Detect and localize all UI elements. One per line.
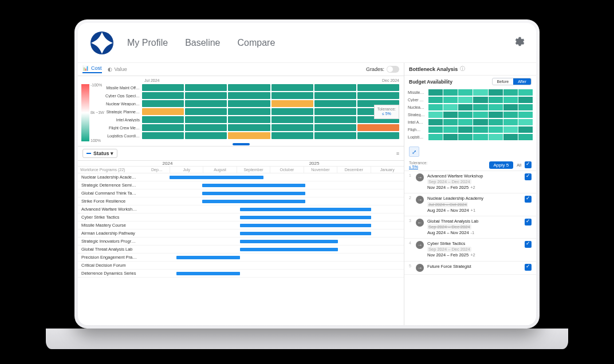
heatmap-cell[interactable] bbox=[271, 116, 313, 123]
gantt-row-label[interactable]: Cyber Strike Tactics bbox=[78, 215, 170, 220]
mini-heatmap-cell[interactable] bbox=[443, 104, 458, 110]
mini-heatmap-cell[interactable] bbox=[443, 112, 458, 118]
mini-heatmap-cell[interactable] bbox=[489, 126, 503, 133]
recommendation-item[interactable]: 1→Advanced Warfare WorkshopSep 2024 – De… bbox=[404, 171, 536, 193]
gantt-bar[interactable] bbox=[170, 176, 263, 179]
heatmap-cell[interactable] bbox=[314, 132, 356, 139]
heatmap-cell[interactable] bbox=[185, 108, 227, 115]
mini-heatmap-cell[interactable] bbox=[518, 104, 533, 110]
reco-checkbox[interactable] bbox=[525, 219, 532, 225]
mini-heatmap-cell[interactable] bbox=[503, 112, 518, 118]
gantt-bar[interactable] bbox=[202, 184, 305, 187]
heatmap-cell[interactable] bbox=[142, 108, 184, 115]
tolerance-badge[interactable]: Tolerance: ≤ 5% bbox=[374, 105, 399, 119]
heatmap-cell[interactable] bbox=[142, 100, 184, 107]
mini-heatmap-cell[interactable] bbox=[443, 119, 458, 125]
gantt-bar[interactable] bbox=[240, 248, 339, 251]
col-dep[interactable]: Dep… bbox=[149, 167, 170, 173]
heatmap-cell[interactable] bbox=[271, 92, 313, 99]
heatmap-cell[interactable] bbox=[228, 100, 270, 107]
gantt-row-label[interactable]: Airman Leadership Pathway bbox=[78, 231, 170, 236]
mini-heatmap-cell[interactable] bbox=[518, 97, 533, 103]
mini-heatmap-cell[interactable] bbox=[458, 134, 473, 140]
mini-heatmap-cell[interactable] bbox=[428, 112, 443, 118]
mini-heatmap-cell[interactable] bbox=[428, 97, 443, 103]
reco-checkbox[interactable] bbox=[525, 173, 532, 180]
mini-heatmap-cell[interactable] bbox=[489, 89, 503, 96]
grades-toggle[interactable] bbox=[387, 66, 399, 73]
reco-checkbox[interactable] bbox=[525, 196, 532, 203]
gantt-row-label[interactable]: Advanced Warfare Worksh… bbox=[78, 207, 170, 212]
mini-heatmap-cell[interactable] bbox=[473, 134, 487, 140]
before-after-toggle[interactable]: Before After bbox=[492, 78, 532, 85]
mini-heatmap-cell[interactable] bbox=[489, 134, 503, 140]
mini-heatmap-cell[interactable] bbox=[428, 104, 443, 110]
heatmap-cell[interactable] bbox=[228, 84, 270, 91]
heatmap-cell[interactable] bbox=[357, 92, 399, 99]
mini-heatmap-cell[interactable] bbox=[489, 119, 503, 125]
info-icon[interactable]: ⓘ bbox=[460, 65, 465, 73]
select-all-checkbox[interactable] bbox=[525, 161, 532, 168]
tolerance-mini[interactable]: Tolerance: ≤ 5% bbox=[409, 161, 427, 169]
mini-heatmap-cell[interactable] bbox=[489, 97, 503, 103]
heatmap-cell[interactable] bbox=[228, 92, 270, 99]
mini-heatmap-cell[interactable] bbox=[503, 97, 518, 103]
mini-heatmap-cell[interactable] bbox=[428, 89, 443, 96]
heatmap-cell[interactable] bbox=[314, 116, 356, 123]
heatmap-cell[interactable] bbox=[228, 124, 270, 131]
mini-heatmap-cell[interactable] bbox=[503, 126, 518, 133]
heatmap-cell[interactable] bbox=[357, 132, 399, 139]
heatmap-cell[interactable] bbox=[357, 84, 399, 91]
heatmap-cell[interactable] bbox=[271, 84, 313, 91]
tab-cost[interactable]: 📊 Cost bbox=[82, 65, 102, 73]
seg-after[interactable]: After bbox=[513, 78, 531, 85]
heatmap-cell[interactable] bbox=[185, 100, 227, 107]
heatmap-cell[interactable] bbox=[185, 92, 227, 99]
gantt-bar[interactable] bbox=[240, 208, 371, 211]
gantt-bar[interactable] bbox=[202, 192, 305, 195]
recommendation-item[interactable]: 4→Cyber Strike TacticsSep 2024 – Dec 202… bbox=[404, 239, 536, 261]
mini-heatmap-cell[interactable] bbox=[503, 89, 518, 96]
mini-heatmap-cell[interactable] bbox=[489, 104, 503, 110]
mini-heatmap-cell[interactable] bbox=[443, 89, 458, 96]
mini-heatmap-cell[interactable] bbox=[428, 126, 443, 133]
mini-heatmap-cell[interactable] bbox=[473, 97, 487, 103]
gantt-bar[interactable] bbox=[202, 200, 305, 203]
heatmap-cell[interactable] bbox=[314, 108, 356, 115]
mini-heatmap-cell[interactable] bbox=[503, 104, 518, 110]
mini-heatmap-cell[interactable] bbox=[473, 126, 487, 133]
recommendation-item[interactable]: 3←Global Threat Analysis LabSep 2024 – D… bbox=[404, 216, 536, 239]
heatmap-cell[interactable] bbox=[185, 84, 227, 91]
heatmap-cell[interactable] bbox=[314, 84, 356, 91]
gantt-bar[interactable] bbox=[240, 232, 371, 235]
gantt-row-label[interactable]: Deterrence Dynamics Series bbox=[78, 271, 170, 276]
heatmap-cell[interactable] bbox=[142, 124, 184, 131]
heatmap-cell[interactable] bbox=[271, 108, 313, 115]
mini-heatmap-cell[interactable] bbox=[458, 104, 473, 110]
mini-heatmap-cell[interactable] bbox=[518, 112, 533, 118]
mini-heatmap-cell[interactable] bbox=[443, 126, 458, 133]
gantt-bar[interactable] bbox=[176, 256, 239, 259]
settings-icon[interactable] bbox=[512, 35, 525, 50]
gantt-row-label[interactable]: Strike Force Resilience bbox=[78, 199, 170, 204]
mini-heatmap-cell[interactable] bbox=[473, 89, 487, 96]
mini-heatmap-cell[interactable] bbox=[443, 134, 458, 140]
gantt-row-label[interactable]: Global Threat Analysis Lab bbox=[78, 247, 170, 252]
mini-heatmap-cell[interactable] bbox=[473, 104, 487, 110]
gantt-row-label[interactable]: Missile Mastery Course bbox=[78, 223, 170, 228]
mini-heatmap-cell[interactable] bbox=[489, 112, 503, 118]
tab-value[interactable]: ◐ Value bbox=[108, 66, 127, 72]
gantt-bar[interactable] bbox=[240, 240, 339, 243]
mini-heatmap-cell[interactable] bbox=[428, 134, 443, 140]
heatmap-cell[interactable] bbox=[357, 124, 399, 131]
mini-heatmap-cell[interactable] bbox=[518, 126, 533, 133]
mini-heatmap-cell[interactable] bbox=[458, 126, 473, 133]
heatmap-cell[interactable] bbox=[228, 116, 270, 123]
heatmap-cell[interactable] bbox=[228, 132, 270, 139]
heatmap-cell[interactable] bbox=[271, 124, 313, 131]
gantt-row-label[interactable]: Strategic Deterrence Semi… bbox=[78, 183, 170, 188]
seg-before[interactable]: Before bbox=[493, 78, 514, 85]
gantt-bar[interactable] bbox=[240, 224, 371, 227]
heatmap-cell[interactable] bbox=[271, 132, 313, 139]
heatmap-cell[interactable] bbox=[142, 116, 184, 123]
